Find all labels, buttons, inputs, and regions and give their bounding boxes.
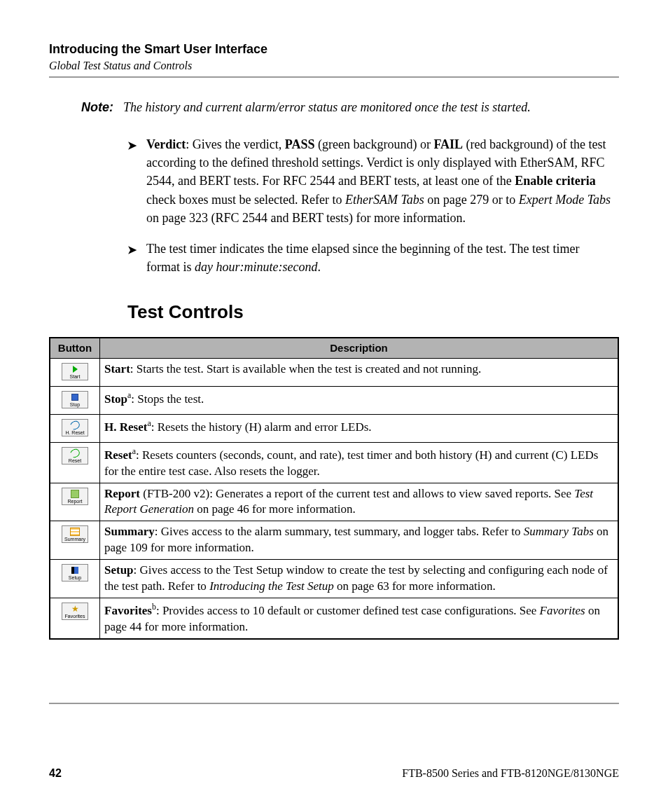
start-button[interactable]: Start [62,363,88,380]
play-icon [64,365,85,373]
btn-label: Reset [69,458,81,463]
stop-button[interactable]: Stop [62,391,88,408]
btn-label: Summary [64,537,85,542]
history-reset-icon [64,421,85,429]
bullet-text: on page 323 (RFC 2544 and BERT tests) fo… [146,211,466,225]
bullet-text: : Gives the verdict, [186,137,284,151]
bullet-arrow-icon: ➤ [127,242,137,276]
chapter-title: Introducing the Smart User Interface [49,42,619,57]
btn-label: H. Reset [65,430,84,435]
btn-label: Start [70,374,81,379]
table-row: Reset Reseta: Resets counters (seconds, … [50,443,618,483]
bullet-item-verdict: ➤ Verdict: Gives the verdict, PASS (gree… [127,135,612,226]
bullet-text: check boxes must be selected. Refer to [146,193,345,207]
summary-icon [64,528,85,536]
table-row: ★Favorites Favoritesb: Provides access t… [50,598,618,639]
bullet-text: FAIL [433,137,463,151]
table-row: Stop Stopa: Stops the test. [50,387,618,415]
setup-icon [64,566,85,574]
page-number: 42 [49,767,62,780]
bullet-text: PASS [285,137,315,151]
desc-cell: Report (FTB-200 v2): Generates a report … [100,483,619,521]
reset-button[interactable]: Reset [62,447,88,465]
test-controls-table: Button Description Start Start: Starts t… [49,337,619,640]
bullet-ref: day hour:minute:second [195,260,317,274]
bullet-arrow-icon: ➤ [127,137,137,226]
summary-button[interactable]: Summary [62,525,88,543]
col-button: Button [50,338,100,359]
desc-cell: H. Reseta: Resets the history (H) alarm … [100,415,619,443]
desc-cell: Favoritesb: Provides access to 10 defaul… [100,598,619,639]
bullet-text: on page 279 or to [424,193,519,207]
star-icon: ★ [64,605,85,613]
desc-cell: Setup: Gives access to the Test Setup wi… [100,560,619,598]
setup-button[interactable]: Setup [62,564,88,582]
btn-label: Stop [70,402,80,407]
col-description: Description [100,338,619,359]
desc-cell: Reseta: Resets counters (seconds, count,… [100,443,619,483]
desc-cell: Start: Starts the test. Start is availab… [100,359,619,387]
stop-icon [64,393,85,401]
report-button[interactable]: Report [62,488,88,505]
section-path: Global Test Status and Controls [49,60,619,72]
btn-label: Favorites [65,614,85,619]
table-row: H. Reset H. Reseta: Resets the history (… [50,415,618,443]
bullet-ref: Expert Mode Tabs [519,193,611,207]
table-row: Setup Setup: Gives access to the Test Se… [50,560,618,598]
table-row: Start Start: Starts the test. Start is a… [50,359,618,387]
desc-cell: Summary: Gives access to the alarm summa… [100,521,619,560]
bullet-lead: Verdict [146,137,186,151]
section-heading: Test Controls [127,301,619,323]
footer-divider [49,703,619,704]
favorites-button[interactable]: ★Favorites [62,603,88,620]
bullet-text: (green background) or [314,137,433,151]
table-row: Summary Summary: Gives access to the ala… [50,521,618,560]
hreset-button[interactable]: H. Reset [62,419,88,436]
report-icon [64,490,85,498]
note-label: Note: [81,99,113,116]
bullet-ref: EtherSAM Tabs [345,193,424,207]
reset-icon [64,449,85,457]
btn-label: Report [67,499,82,504]
product-name: FTB-8500 Series and FTB-8120NGE/8130NGE [402,767,619,780]
note-block: Note: The history and current alarm/erro… [81,99,619,116]
bullet-text: Enable criteria [515,174,595,188]
note-text: The history and current alarm/error stat… [123,99,619,116]
header-divider [49,76,619,78]
btn-label: Setup [69,575,81,580]
table-row: Report Report (FTB-200 v2): Generates a … [50,483,618,521]
bullet-text: . [317,260,321,274]
bullet-item-timer: ➤ The test timer indicates the time elap… [127,240,612,276]
desc-cell: Stopa: Stops the test. [100,387,619,415]
